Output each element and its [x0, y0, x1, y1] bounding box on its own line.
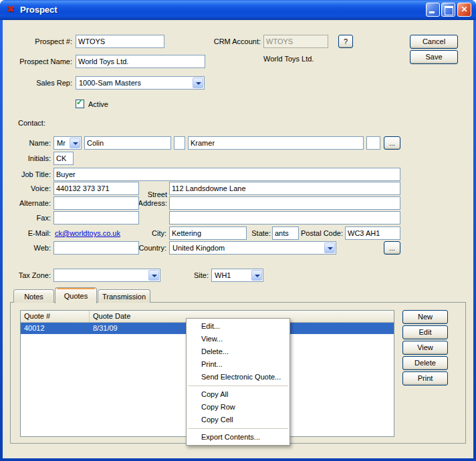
crm-account-help-button[interactable]: ?	[338, 35, 353, 48]
tax-zone-select[interactable]	[53, 269, 160, 282]
cell-quote-date[interactable]: 8/31/09	[90, 323, 121, 334]
active-checkbox[interactable]: ✓	[76, 100, 84, 108]
menu-item-delete[interactable]: Delete...	[187, 345, 289, 358]
chevron-down-icon	[251, 270, 262, 281]
menu-item-copy-cell[interactable]: Copy Cell	[187, 414, 289, 426]
honorific-value: Mr	[57, 139, 66, 147]
menu-item-edit[interactable]: Edit...	[187, 320, 289, 333]
last-name-input[interactable]	[188, 136, 364, 150]
chevron-down-icon	[193, 78, 203, 88]
job-title-input[interactable]	[53, 168, 400, 181]
alternate-label: Alternate:	[5, 199, 51, 208]
state-input[interactable]	[272, 226, 299, 240]
prospect-window: ✖ Prospect Prospect #: CRM Account: ? Wo…	[0, 0, 476, 461]
address-line3-input[interactable]	[169, 211, 400, 224]
view-button[interactable]: View	[402, 341, 448, 355]
web-input[interactable]	[53, 241, 139, 255]
city-label: City:	[143, 229, 166, 238]
menu-item-copy-row[interactable]: Copy Row	[187, 401, 289, 414]
fax-input[interactable]	[53, 211, 139, 224]
print-button[interactable]: Print	[402, 371, 448, 386]
app-icon[interactable]: ✖	[5, 4, 16, 15]
titlebar[interactable]: ✖ Prospect	[0, 0, 476, 20]
sales-rep-value: 1000-Sam Masters	[79, 79, 141, 87]
menu-item-copy-all[interactable]: Copy All	[187, 388, 289, 401]
chevron-down-icon	[70, 138, 80, 148]
tab-transmission[interactable]: Transmission	[98, 289, 150, 303]
sales-rep-select[interactable]: 1000-Sam Masters	[76, 76, 205, 90]
middle-initial-input[interactable]	[174, 136, 185, 150]
delete-button[interactable]: Delete	[402, 356, 448, 370]
fax-label: Fax:	[5, 214, 51, 222]
first-name-input[interactable]	[84, 136, 171, 150]
email-link[interactable]: ck@worldtoys.co.uk	[55, 229, 120, 237]
menu-item-print[interactable]: Print...	[187, 358, 289, 371]
edit-button[interactable]: Edit	[402, 325, 448, 339]
tab-quotes[interactable]: Quotes	[55, 287, 97, 303]
crm-account-input	[263, 35, 328, 48]
prospect-name-input[interactable]	[76, 55, 205, 68]
postal-code-label: Postal Code:	[300, 229, 343, 238]
context-menu: Edit... View... Delete... Print... Send …	[186, 318, 290, 446]
alternate-input[interactable]	[53, 196, 139, 210]
menu-item-export-contents[interactable]: Export Contents...	[187, 431, 289, 444]
menu-item-view[interactable]: View...	[187, 333, 289, 345]
email-label: E-Mail:	[5, 229, 51, 238]
crm-account-label: CRM Account:	[199, 37, 261, 46]
form-body: Prospect #: CRM Account: ? World Toys Lt…	[3, 20, 473, 458]
contact-section-label: Contact:	[18, 119, 45, 128]
prospect-name-label: Prospect Name:	[11, 57, 72, 66]
window-title: Prospect	[20, 5, 57, 15]
country-label: Country:	[134, 244, 166, 253]
menu-separator	[188, 386, 288, 386]
contact-name-label: Name:	[5, 139, 51, 148]
cell-quote-number[interactable]: 40012	[21, 323, 90, 334]
crm-account-display-name: World Toys Ltd.	[263, 55, 314, 63]
active-checkbox-label: Active	[88, 100, 108, 109]
cancel-button[interactable]: Cancel	[410, 35, 458, 49]
chevron-down-icon	[148, 270, 159, 281]
close-button[interactable]	[457, 3, 471, 17]
country-select[interactable]: United Kingdom	[169, 241, 336, 255]
new-button[interactable]: New	[402, 310, 448, 324]
postal-code-input[interactable]	[345, 226, 400, 240]
address-line1-input[interactable]	[169, 182, 400, 195]
voice-label: Voice:	[5, 184, 51, 193]
web-label: Web:	[5, 244, 51, 253]
city-input[interactable]	[169, 226, 247, 240]
country-search-button[interactable]: ...	[384, 241, 400, 255]
tax-zone-label: Tax Zone:	[5, 271, 51, 280]
initials-input[interactable]	[53, 152, 74, 165]
prospect-number-input[interactable]	[76, 35, 164, 48]
suffix-input[interactable]	[366, 136, 380, 150]
address-line2-input[interactable]	[169, 196, 400, 210]
honorific-select[interactable]: Mr	[53, 136, 82, 150]
save-button[interactable]: Save	[410, 50, 458, 64]
menu-item-send-electronic-quote[interactable]: Send Electronic Quote...	[187, 371, 289, 383]
maximize-button[interactable]	[441, 3, 455, 17]
menu-separator	[188, 428, 288, 429]
initials-label: Initials:	[5, 154, 51, 163]
site-value: WH1	[215, 271, 231, 279]
job-title-label: Job Title:	[5, 170, 51, 179]
minimize-button[interactable]	[426, 3, 440, 17]
sales-rep-label: Sales Rep:	[11, 79, 72, 88]
tab-notes[interactable]: Notes	[13, 289, 54, 303]
voice-input[interactable]	[53, 182, 139, 195]
state-label: State:	[249, 229, 271, 238]
checkmark-icon: ✓	[76, 98, 83, 107]
contact-search-button[interactable]: ...	[384, 136, 400, 150]
site-select[interactable]: WH1	[211, 269, 263, 282]
site-label: Site:	[189, 271, 209, 280]
country-value: United Kingdom	[172, 244, 225, 252]
chevron-down-icon	[324, 243, 335, 253]
prospect-number-label: Prospect #:	[11, 37, 72, 46]
column-header-quote-number[interactable]: Quote #	[21, 311, 90, 322]
